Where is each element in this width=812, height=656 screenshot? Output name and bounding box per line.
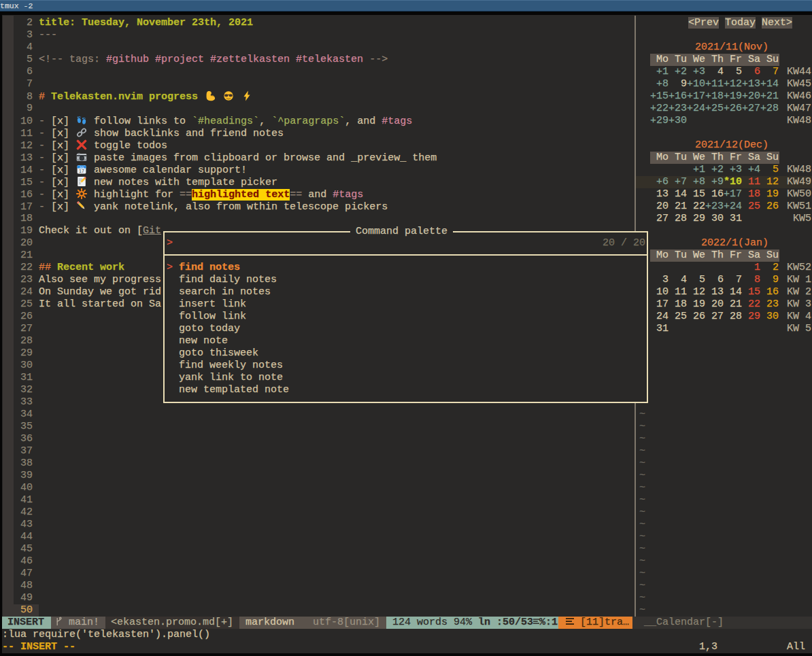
svg-text:17: 17 xyxy=(79,169,84,173)
